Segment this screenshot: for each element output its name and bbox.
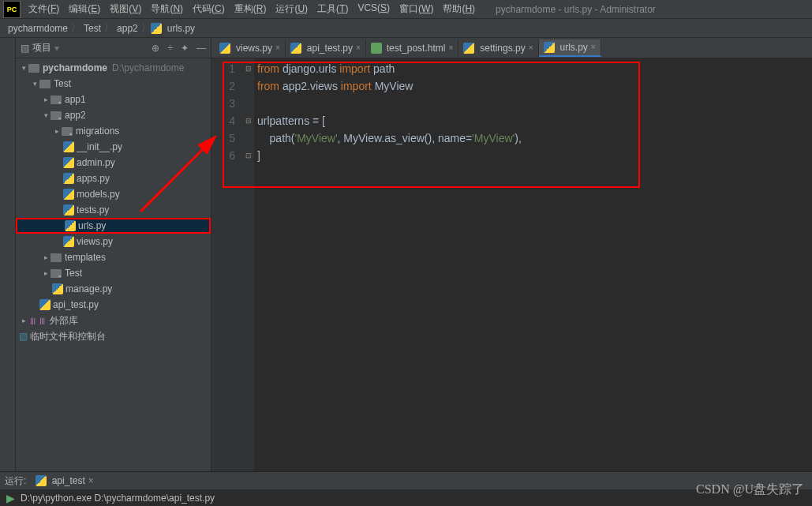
menu-E[interactable]: 编辑(E) xyxy=(64,2,105,16)
tab-settings[interactable]: settings.py× xyxy=(458,39,538,57)
tool-stripe-left[interactable] xyxy=(0,38,16,471)
tab-urls[interactable]: urls.py× xyxy=(539,39,601,57)
menu-V[interactable]: 视图(V) xyxy=(105,2,146,16)
project-sidebar: ▤ 项目 ▾ ⊕ ÷ ✦ — ▾pycharmdomeD:\pycharmdom… xyxy=(16,38,211,471)
run-label: 运行: xyxy=(5,474,26,488)
tree-row-root[interactable]: ▾pycharmdomeD:\pycharmdome xyxy=(16,60,211,76)
menu-R[interactable]: 重构(R) xyxy=(230,2,271,16)
menu-F[interactable]: 文件(F) xyxy=(24,2,64,16)
menu-C[interactable]: 代码(C) xyxy=(188,2,230,16)
tree-row-urls[interactable]: urls.py xyxy=(16,218,211,234)
project-tree[interactable]: ▾pycharmdomeD:\pycharmdome ▾Test ▸app1 ▾… xyxy=(16,58,211,471)
menu-U[interactable]: 运行(U) xyxy=(271,2,312,16)
menu-T[interactable]: 工具(T) xyxy=(312,2,353,16)
tree-row-app2[interactable]: ▾app2 xyxy=(16,107,211,123)
locate-icon[interactable]: ⊕ xyxy=(152,43,159,54)
tree-row-templates[interactable]: ▸templates xyxy=(16,249,211,265)
hide-icon[interactable]: — xyxy=(196,43,206,54)
tab-apitest[interactable]: api_test.py× xyxy=(286,39,366,57)
tree-row-tests[interactable]: tests.py xyxy=(16,202,211,218)
tree-row-test[interactable]: ▾Test xyxy=(16,76,211,92)
tree-row-views[interactable]: views.py xyxy=(16,234,211,249)
window-title: pycharmdome - urls.py - Administrator xyxy=(496,4,656,15)
menu-N[interactable]: 导航(N) xyxy=(146,2,188,16)
tree-row-models[interactable]: models.py xyxy=(16,186,211,202)
python-icon xyxy=(36,475,47,486)
tree-row-apps[interactable]: apps.py xyxy=(16,171,211,186)
tree-row-test2[interactable]: ▸Test xyxy=(16,265,211,281)
tab-views[interactable]: views.py× xyxy=(215,39,286,57)
menu-bar: PC 文件(F)编辑(E)视图(V)导航(N)代码(C)重构(R)运行(U)工具… xyxy=(0,0,812,19)
run-button[interactable]: ▶ xyxy=(0,492,21,504)
tree-row-init[interactable]: __init__.py xyxy=(16,139,211,155)
menu-W[interactable]: 窗口(W) xyxy=(395,2,438,16)
crumb-test[interactable]: Test xyxy=(80,23,104,34)
editor-tabs: views.py× api_test.py× test_post.html× s… xyxy=(211,38,812,58)
tree-row-scratch[interactable]: ▧ 临时文件和控制台 xyxy=(16,328,211,344)
tree-row-migrations[interactable]: ▸migrations xyxy=(16,123,211,139)
breadcrumb: pycharmdome 〉 Test 〉 app2 〉 urls.py xyxy=(0,19,812,38)
tree-row-admin[interactable]: admin.py xyxy=(16,155,211,171)
app-logo: PC xyxy=(3,1,21,18)
menu-H[interactable]: 帮助(H) xyxy=(438,2,480,16)
crumb-file[interactable]: urls.py xyxy=(164,23,198,34)
collapse-icon[interactable]: ÷ xyxy=(167,43,173,54)
tree-row-manage[interactable]: manage.py xyxy=(16,281,211,297)
run-tab[interactable]: api_test xyxy=(52,475,85,486)
tree-row-ext[interactable]: ▸⫼⫼ 外部库 xyxy=(16,313,211,328)
settings-icon[interactable]: ✦ xyxy=(181,43,189,54)
tree-row-apitest[interactable]: api_test.py xyxy=(16,297,211,313)
terminal-output: D:\py\python.exe D:\pycharmdome\api_test… xyxy=(21,493,215,504)
tree-row-app1[interactable]: ▸app1 xyxy=(16,92,211,107)
code-editor[interactable]: 123 456 ⊟⊟⊡ from django.urls import path… xyxy=(211,58,812,471)
sidebar-title: 项目 xyxy=(32,41,51,54)
crumb-root[interactable]: pycharmdome xyxy=(5,23,71,34)
line-gutter: 123 456 xyxy=(211,58,243,471)
fold-column[interactable]: ⊟⊟⊡ xyxy=(243,58,254,471)
watermark: CSDN @U盘失踪了 xyxy=(696,482,804,498)
python-icon xyxy=(151,23,162,34)
run-tool-window: 运行: api_test × ▶ D:\py\python.exe D:\pyc… xyxy=(0,471,812,506)
menu-S[interactable]: VCS(S) xyxy=(353,2,395,16)
crumb-app2[interactable]: app2 xyxy=(114,23,141,34)
tab-html[interactable]: test_post.html× xyxy=(366,39,459,57)
